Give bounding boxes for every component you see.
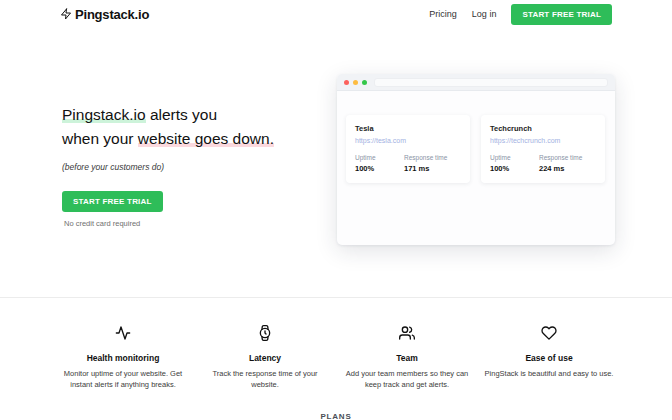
hero-heading-highlight-brand: Pingstack.io — [62, 106, 146, 123]
feature-title: Ease of use — [484, 353, 614, 363]
feature-description: Add your team members so they can keep t… — [342, 369, 472, 390]
feature-team: Team Add your team members so they can k… — [336, 325, 478, 390]
monitor-card-tesla: Tesla https://tesla.com Uptime 100% Resp… — [346, 115, 470, 183]
heart-icon — [541, 325, 557, 341]
features-section: Health monitoring Monitor uptime of your… — [0, 297, 672, 390]
feature-health-monitoring: Health monitoring Monitor uptime of your… — [52, 325, 194, 390]
close-window-icon — [344, 80, 349, 85]
hero-cta-note: No credit card required — [62, 219, 332, 228]
response-time-value: 171 ms — [404, 164, 453, 173]
feature-description: Monitor uptime of your website. Get inst… — [58, 369, 188, 390]
browser-url-bar — [374, 78, 608, 87]
nav-pricing-link[interactable]: Pricing — [429, 9, 457, 19]
plans-section-label: PLANS — [0, 412, 672, 420]
feature-description: PingStack is beautiful and easy to use. — [484, 369, 614, 380]
monitor-site-url: https://tesla.com — [355, 137, 461, 144]
activity-icon — [115, 325, 131, 341]
feature-title: Team — [342, 353, 472, 363]
browser-content: Tesla https://tesla.com Uptime 100% Resp… — [337, 91, 615, 183]
feature-title: Health monitoring — [58, 353, 188, 363]
nav-links: Pricing Log in START FREE TRIAL — [429, 4, 612, 25]
feature-description: Track the response time of your website. — [200, 369, 330, 390]
uptime-stat: Uptime 100% — [355, 154, 404, 173]
monitor-site-url: https://techcrunch.com — [490, 137, 596, 144]
uptime-label: Uptime — [355, 154, 404, 161]
feature-ease-of-use: Ease of use PingStack is beautiful and e… — [478, 325, 620, 390]
hero-heading-line2-prefix: when your — [62, 130, 138, 147]
hero-start-trial-button[interactable]: START FREE TRIAL — [62, 191, 163, 212]
minimize-window-icon — [353, 80, 358, 85]
traffic-lights — [344, 80, 367, 85]
response-time-label: Response time — [404, 154, 453, 161]
nav-login-link[interactable]: Log in — [472, 9, 497, 19]
hero-subtext: (before your customers do) — [62, 162, 332, 172]
browser-mockup: Tesla https://tesla.com Uptime 100% Resp… — [337, 74, 615, 245]
maximize-window-icon — [362, 80, 367, 85]
uptime-label: Uptime — [490, 154, 539, 161]
response-time-stat: Response time 171 ms — [404, 154, 453, 173]
hero-heading: Pingstack.io alerts you when your websit… — [62, 103, 332, 151]
uptime-value: 100% — [490, 164, 539, 173]
users-icon — [399, 325, 415, 341]
monitor-card-techcrunch: Techcrunch https://techcrunch.com Uptime… — [481, 115, 605, 183]
brand-logo[interactable]: Pingstack.io — [60, 7, 149, 22]
monitor-site-name: Tesla — [355, 124, 461, 133]
browser-titlebar — [337, 74, 615, 91]
uptime-stat: Uptime 100% — [490, 154, 539, 173]
header: Pingstack.io Pricing Log in START FREE T… — [0, 0, 672, 28]
feature-latency: Latency Track the response time of your … — [194, 325, 336, 390]
monitor-stats: Uptime 100% Response time 171 ms — [355, 154, 461, 173]
nav-start-trial-button[interactable]: START FREE TRIAL — [511, 4, 612, 25]
response-time-value: 224 ms — [539, 164, 588, 173]
response-time-stat: Response time 224 ms — [539, 154, 588, 173]
response-time-label: Response time — [539, 154, 588, 161]
hero-heading-line1-rest: alerts you — [146, 106, 218, 123]
brand-name: Pingstack.io — [75, 7, 149, 22]
zap-icon — [60, 8, 72, 20]
hero-section: Pingstack.io alerts you when your websit… — [62, 103, 332, 228]
feature-title: Latency — [200, 353, 330, 363]
watch-icon — [257, 325, 273, 341]
hero-heading-highlight-down: website goes down. — [138, 130, 274, 147]
monitor-site-name: Techcrunch — [490, 124, 596, 133]
monitor-stats: Uptime 100% Response time 224 ms — [490, 154, 596, 173]
uptime-value: 100% — [355, 164, 404, 173]
